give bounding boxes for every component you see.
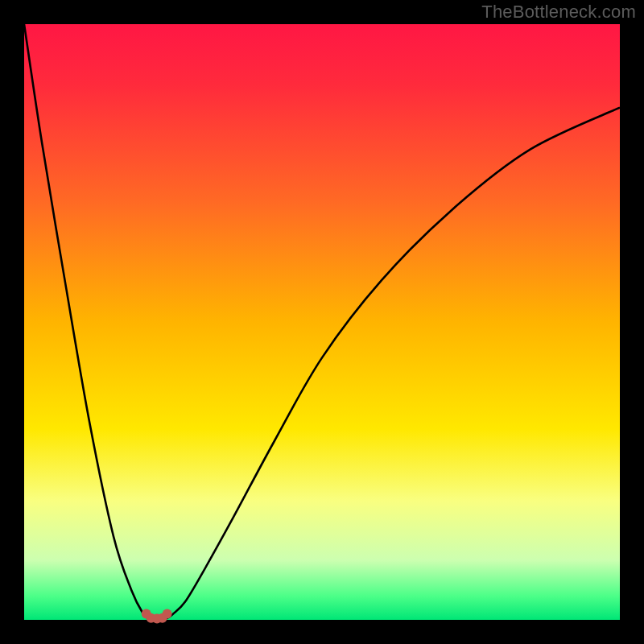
chart-frame: TheBottleneck.com (0, 0, 644, 644)
curve-min-marker (163, 609, 172, 619)
watermark-label: TheBottleneck.com (481, 2, 636, 23)
chart-canvas (0, 0, 644, 644)
plot-area (24, 24, 620, 620)
